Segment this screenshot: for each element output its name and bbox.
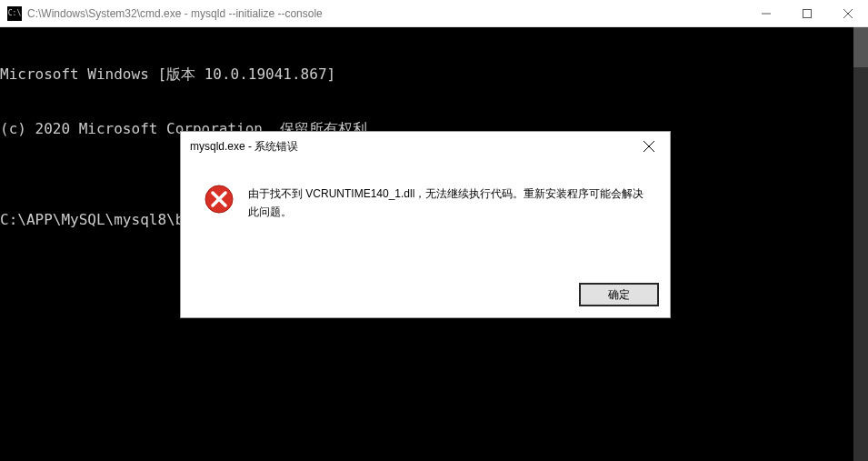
dialog-body: 由于找不到 VCRUNTIME140_1.dll，无法继续执行代码。重新安装程序… [181,161,670,272]
ok-button[interactable]: 确定 [579,283,659,306]
window-title: C:\Windows\System32\cmd.exe - mysqld --i… [27,7,323,20]
titlebar[interactable]: C:\ C:\Windows\System32\cmd.exe - mysqld… [0,0,868,27]
window-controls [745,0,868,26]
svg-rect-1 [803,9,811,17]
close-icon [843,9,853,18]
dialog-close-button[interactable] [628,133,670,160]
cmd-icon: C:\ [7,6,22,21]
minimize-button[interactable] [745,0,786,26]
scroll-thumb[interactable] [853,27,868,67]
dialog-footer: 确定 [181,272,670,317]
maximize-button[interactable] [786,0,827,26]
error-dialog: mysqld.exe - 系统错误 由于找不到 VCRUNTIME140_1.d… [180,131,671,318]
error-icon [205,185,234,214]
dialog-message: 由于找不到 VCRUNTIME140_1.dll，无法继续执行代码。重新安装程序… [248,185,652,221]
maximize-icon [803,9,812,18]
close-icon [644,141,654,152]
svg-line-3 [843,9,853,18]
minimize-icon [762,9,771,18]
scrollbar-vertical[interactable] [853,27,868,461]
dialog-title: mysqld.exe - 系统错误 [190,139,628,155]
terminal-line: Microsoft Windows [版本 10.0.19041.867] [0,65,868,84]
close-button[interactable] [827,0,868,26]
dialog-titlebar[interactable]: mysqld.exe - 系统错误 [181,132,670,161]
svg-line-2 [843,9,853,18]
